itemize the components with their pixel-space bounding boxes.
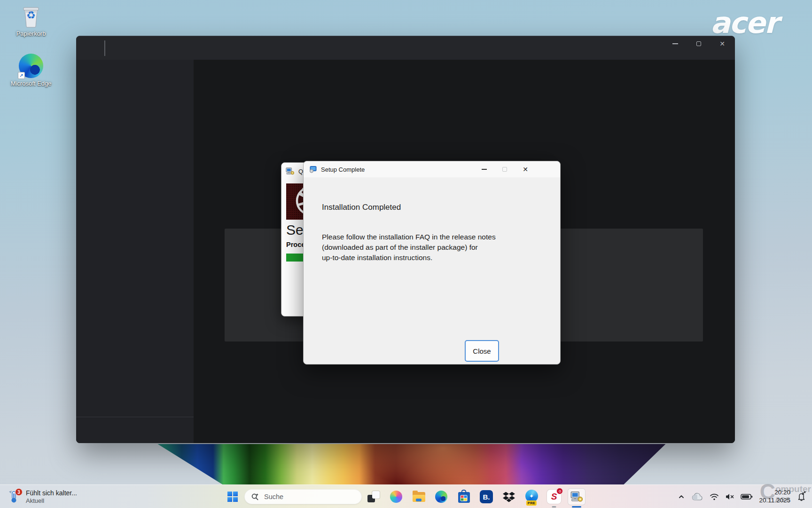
wifi-icon[interactable] bbox=[710, 493, 719, 500]
installer-app-icon bbox=[286, 167, 294, 175]
folder-icon bbox=[413, 492, 425, 502]
minimize-icon bbox=[672, 43, 678, 44]
task-view-icon bbox=[367, 491, 380, 502]
desktop-icon-label: Microsoft Edge bbox=[9, 80, 53, 87]
dialog-heading: Installation Completed bbox=[322, 203, 401, 212]
dialog-maximize-button-disabled bbox=[494, 162, 515, 177]
dropbox-icon bbox=[503, 492, 515, 502]
start-button[interactable] bbox=[225, 490, 241, 504]
body-line: up-to-date installation instructions. bbox=[322, 253, 496, 263]
pre-badge: PRE bbox=[526, 500, 537, 506]
weather-subline: Aktuell bbox=[26, 497, 77, 504]
taskbar-icon-edge[interactable] bbox=[430, 487, 453, 506]
taskbar: C omputer ase 3 Fühlt sich kalter... Akt… bbox=[0, 484, 812, 508]
desktop: ♻ Papierkorb ↗ Microsoft Edge acer ✕ bbox=[0, 0, 812, 508]
search-input[interactable] bbox=[264, 493, 349, 500]
onedrive-cloud-icon[interactable] bbox=[691, 492, 703, 501]
maximize-button[interactable] bbox=[687, 37, 710, 50]
tray-chevron-up-icon[interactable] bbox=[678, 493, 685, 500]
close-icon: ✕ bbox=[719, 40, 725, 48]
clock-date: 20.11.2025 bbox=[759, 496, 790, 504]
snapdragon-icon: S bbox=[547, 490, 561, 504]
text-caret bbox=[104, 40, 105, 56]
close-icon: ✕ bbox=[523, 166, 528, 173]
app-window-sidebar bbox=[76, 60, 194, 443]
taskbar-icon-booking[interactable]: B. bbox=[475, 487, 498, 506]
desktop-icon-label: Papierkorb bbox=[9, 30, 53, 37]
battery-icon[interactable] bbox=[741, 493, 753, 500]
clock-time: 20:20 bbox=[759, 488, 790, 496]
search-icon bbox=[251, 492, 259, 501]
active-window-indicator bbox=[572, 506, 581, 508]
desktop-icon-microsoft-edge[interactable]: ↗ Microsoft Edge bbox=[9, 54, 53, 87]
taskbar-icon-snapdragon[interactable]: S bbox=[543, 487, 565, 506]
notification-badge: 3 bbox=[15, 488, 23, 496]
edge-icon: ↗ bbox=[19, 54, 43, 78]
dialog-minimize-button[interactable] bbox=[474, 162, 494, 177]
taskbar-icon-dropbox[interactable] bbox=[498, 487, 520, 506]
volume-muted-icon[interactable] bbox=[725, 493, 734, 500]
dialog-title: Setup Complete bbox=[321, 166, 365, 173]
recycle-symbol-icon: ♻ bbox=[26, 9, 36, 21]
maximize-icon bbox=[502, 167, 507, 172]
taskbar-search[interactable] bbox=[244, 489, 362, 504]
taskbar-clock[interactable]: 20:20 20.11.2025 bbox=[759, 488, 790, 504]
weather-headline: Fühlt sich kalter... bbox=[26, 489, 77, 497]
booking-icon: B. bbox=[480, 490, 493, 503]
dialog-close-button[interactable]: ✕ bbox=[515, 162, 536, 177]
taskbar-icon-installer-active[interactable] bbox=[565, 487, 588, 506]
do-not-disturb-bell-icon[interactable] bbox=[796, 491, 806, 503]
desktop-icon-recycle-bin[interactable]: ♻ Papierkorb bbox=[9, 4, 53, 37]
windows-logo-icon bbox=[227, 492, 238, 502]
taskbar-icon-adreno-preview[interactable]: ✦ PRE bbox=[520, 487, 543, 506]
sidebar-divider bbox=[76, 417, 194, 417]
copilot-icon bbox=[390, 491, 402, 503]
running-indicator bbox=[552, 506, 556, 508]
edge-icon bbox=[435, 491, 447, 503]
minimize-icon bbox=[482, 169, 487, 170]
wallpaper-ribbon bbox=[150, 444, 673, 485]
shortcut-arrow-icon: ↗ bbox=[18, 72, 25, 79]
body-line: (downloaded as part of the installer pac… bbox=[322, 242, 496, 253]
store-icon bbox=[458, 492, 470, 503]
taskbar-icon-task-view[interactable] bbox=[362, 487, 385, 506]
body-line: Please follow the installation FAQ in th… bbox=[322, 232, 496, 242]
close-button[interactable]: ✕ bbox=[710, 37, 734, 50]
installer-title: Q bbox=[298, 168, 303, 175]
weather-icon: 3 bbox=[8, 489, 22, 505]
taskbar-icon-microsoft-store[interactable] bbox=[453, 487, 475, 506]
installer-app-icon bbox=[570, 491, 583, 503]
snapdragon-badge bbox=[556, 488, 563, 494]
close-action-button[interactable]: Close bbox=[465, 340, 499, 362]
installer-progress-label: Proce bbox=[286, 241, 305, 248]
maximize-icon bbox=[696, 41, 701, 46]
acer-brand-logo: acer bbox=[710, 8, 778, 38]
setup-complete-dialog: Setup Complete ✕ Installation Completed … bbox=[303, 161, 561, 365]
recycle-bin-icon: ♻ bbox=[21, 4, 41, 28]
dialog-app-icon bbox=[309, 166, 317, 173]
app-window-titlebar[interactable]: ✕ bbox=[76, 36, 735, 60]
dialog-body-text: Please follow the installation FAQ in th… bbox=[322, 232, 496, 263]
weather-widget[interactable]: 3 Fühlt sich kalter... Aktuell bbox=[5, 486, 80, 507]
taskbar-icon-file-explorer[interactable] bbox=[407, 487, 430, 506]
minimize-button[interactable] bbox=[664, 37, 687, 50]
taskbar-icon-copilot[interactable] bbox=[385, 487, 407, 506]
